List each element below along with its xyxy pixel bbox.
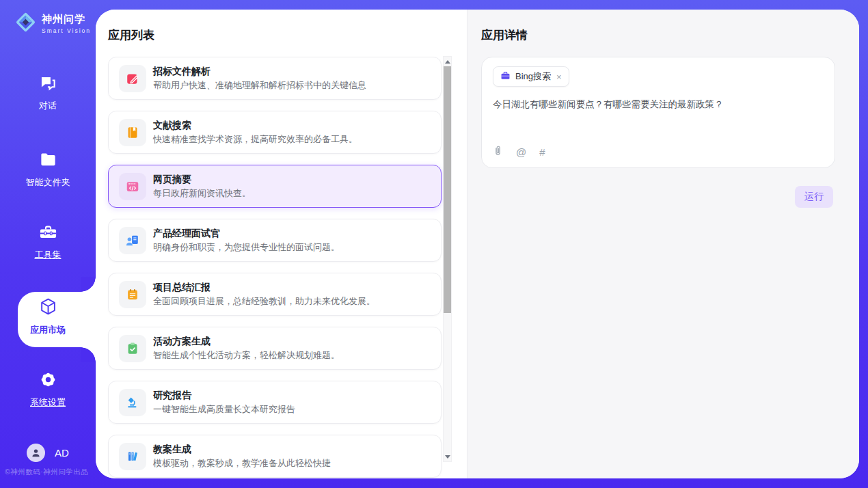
diamond-logo-icon (14, 11, 37, 36)
app-card-title: 活动方案生成 (153, 336, 340, 347)
run-row: 运行 (467, 186, 859, 208)
book-icon (119, 119, 146, 146)
app-card-title: 产品经理面试官 (153, 228, 340, 239)
app-list-pane: 应用列表 招标文件解析 帮助用户快速、准确地理解和解析招标书中的关键信息 (96, 10, 467, 478)
copyright-footer: ©神州数码·神州问学出品 (5, 467, 96, 477)
toolbox-icon (39, 223, 57, 244)
query-card: Bing搜索 × 今日湖北有哪些新闻要点？有哪些需要关注的最新政策？ @ # (481, 57, 835, 168)
scroll-down-arrow-icon[interactable] (444, 452, 451, 461)
app-logo: 神州问学 Smart Vision (14, 11, 91, 36)
sidebar-item-label: 应用市场 (30, 324, 66, 336)
sidebar-item-app-market[interactable]: 应用市场 (0, 297, 96, 336)
list-scrollbar[interactable] (443, 56, 452, 462)
app-card-research-report[interactable]: 研究报告 一键智能生成高质量长文本研究报告 (108, 381, 442, 424)
app-card-title: 招标文件解析 (153, 66, 366, 77)
browser-icon (119, 173, 146, 200)
app-card-title: 项目总结汇报 (153, 282, 375, 293)
main-panel: 应用列表 招标文件解析 帮助用户快速、准确地理解和解析招标书中的关键信息 (96, 10, 859, 478)
sidebar-item-label: 对话 (39, 100, 57, 112)
paperclip-icon[interactable] (493, 145, 503, 159)
app-card-desc: 模板驱动，教案秒成，教学准备从此轻松快捷 (153, 458, 331, 469)
app-detail-title: 应用详情 (481, 27, 859, 44)
app-card-desc: 一键智能生成高质量长文本研究报告 (153, 404, 295, 415)
brand-subtitle: Smart Vision (42, 27, 91, 34)
brand-name: 神州问学 (42, 13, 91, 26)
app-card-desc: 全面回顾项目进展，总结经验教训，助力未来优化发展。 (153, 296, 375, 307)
tool-tag-bing-search[interactable]: Bing搜索 × (493, 66, 569, 87)
avatar (27, 444, 45, 462)
app-list: 招标文件解析 帮助用户快速、准确地理解和解析招标书中的关键信息 文献搜索 快速精… (108, 57, 442, 478)
app-detail-pane: 应用详情 Bing搜索 × 今日湖北有哪些新闻要点？有哪些需要关注的最新政策？ (467, 10, 859, 478)
attachment-toolbar: @ # (493, 145, 824, 159)
sidebar-item-label: 智能文件夹 (26, 176, 70, 189)
app-card-title: 网页摘要 (153, 174, 251, 185)
folder-icon (39, 150, 57, 172)
app-card-literature-search[interactable]: 文献搜索 快速精准查找学术资源，提高研究效率的必备工具。 (108, 111, 442, 154)
microscope-icon (119, 389, 146, 416)
app-card-web-summary[interactable]: 网页摘要 每日政府新闻资讯快查。 (108, 165, 442, 208)
sidebar-item-label: 工具集 (35, 249, 62, 261)
edit-icon (119, 65, 146, 92)
books-icon (119, 443, 146, 470)
close-icon[interactable]: × (556, 72, 562, 82)
sidebar-item-smart-folder[interactable]: 智能文件夹 (0, 150, 96, 189)
interview-icon (119, 227, 146, 254)
app-card-project-summary[interactable]: 项目总结汇报 全面回顾项目进展，总结经验教训，助力未来优化发展。 (108, 273, 442, 316)
mention-icon[interactable]: @ (516, 146, 526, 158)
chat-icon (39, 74, 57, 95)
app-card-title: 研究报告 (153, 390, 295, 401)
query-input[interactable]: 今日湖北有哪些新闻要点？有哪些需要关注的最新政策？ (493, 98, 824, 145)
briefcase-icon (500, 70, 511, 83)
user-name: AD (55, 447, 69, 459)
app-list-title: 应用列表 (108, 27, 467, 44)
app-card-title: 文献搜索 (153, 120, 357, 131)
app-card-desc: 每日政府新闻资讯快查。 (153, 188, 251, 199)
app-card-desc: 帮助用户快速、准确地理解和解析招标书中的关键信息 (153, 80, 366, 91)
sidebar-item-toolbox[interactable]: 工具集 (0, 223, 96, 261)
app-card-lesson-plan[interactable]: 教案生成 模板驱动，教案秒成，教学准备从此轻松快捷 (108, 435, 442, 478)
clipboard-check-icon (119, 335, 146, 362)
sidebar-item-settings[interactable]: 系统设置 (0, 370, 96, 409)
sidebar: 神州问学 Smart Vision 对话 智能文件夹 (0, 0, 96, 488)
app-card-desc: 智能生成个性化活动方案，轻松解决规划难题。 (153, 350, 340, 361)
app-card-title: 教案生成 (153, 444, 331, 455)
scroll-up-arrow-icon[interactable] (444, 57, 451, 66)
app-card-desc: 明确身份和职责，为您提供专业性的面试问题。 (153, 242, 340, 253)
tool-tag-label: Bing搜索 (515, 70, 551, 83)
scrollbar-thumb[interactable] (444, 66, 451, 313)
app-card-event-plan[interactable]: 活动方案生成 智能生成个性化活动方案，轻松解决规划难题。 (108, 327, 442, 370)
cube-icon (38, 297, 58, 319)
app-card-desc: 快速精准查找学术资源，提高研究效率的必备工具。 (153, 134, 357, 145)
sidebar-item-label: 系统设置 (30, 396, 66, 409)
app-card-pm-interviewer[interactable]: 产品经理面试官 明确身份和职责，为您提供专业性的面试问题。 (108, 219, 442, 262)
gear-icon (39, 370, 57, 392)
notepad-icon (119, 281, 146, 308)
user-account[interactable]: AD (27, 444, 69, 462)
hash-icon[interactable]: # (539, 146, 545, 158)
run-button[interactable]: 运行 (795, 186, 833, 208)
sidebar-item-chat[interactable]: 对话 (0, 74, 96, 112)
app-card-bid-parse[interactable]: 招标文件解析 帮助用户快速、准确地理解和解析招标书中的关键信息 (108, 57, 442, 100)
